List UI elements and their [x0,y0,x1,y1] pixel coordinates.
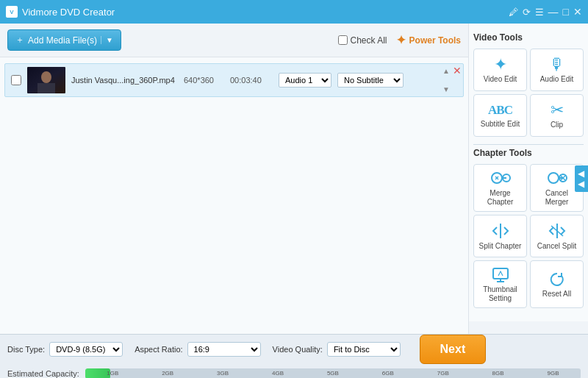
row-checkbox[interactable] [11,75,21,85]
cancel-split-label: Cancel Split [537,242,576,251]
app-icon: V [6,6,18,18]
thumbnail-icon [491,265,510,283]
thumbnail-image [27,67,65,93]
add-media-label: Add Media File(s) [28,35,97,46]
subtitle-edit-label: Subtitle Edit [481,120,520,129]
remove-file-icon[interactable]: ✕ [453,65,462,76]
file-list: Justin Vasqu...ing_360P.mp4 640*360 00:0… [0,57,468,334]
disc-type-label: Disc Type: [7,345,45,354]
toolbar-right: Check All ✦ Power Tools [338,33,461,47]
audio-edit-button[interactable]: 🎙 Audio Edit [530,49,584,91]
reset-icon [548,270,567,288]
estimated-capacity-label: Estimated Capacity: [7,369,79,378]
capacity-bar: 1GB 2GB 3GB 4GB 5GB 6GB 7GB 8GB 9GB [85,368,581,379]
mic-icon: 🎙 [549,57,565,73]
cap-4gb: 4GB [251,370,306,377]
video-edit-button[interactable]: ✦ Video Edit [473,49,527,91]
add-icon: ＋ [15,34,24,46]
move-up-icon[interactable]: ▲ [442,67,450,75]
cap-8gb: 8GB [470,370,526,377]
dropdown-arrow-icon[interactable]: ▼ [101,36,113,44]
video-quality-select[interactable]: Fit to Disc High Medium [327,342,401,357]
collapse-panel-button[interactable]: ◀◀ [575,165,588,192]
refresh-icon[interactable]: ⟳ [523,7,531,18]
reset-all-label: Reset All [542,290,571,299]
minimize-icon[interactable]: — [548,6,559,18]
aspect-ratio-field: Aspect Ratio: 16:9 4:3 [135,342,260,357]
window-controls[interactable]: 🖉 ⟳ ☰ — □ ✕ [509,6,582,18]
divider [473,144,584,145]
merge-icon [490,169,511,187]
cap-9gb: 9GB [526,370,581,377]
toolbar: ＋ Add Media File(s) ▼ Check All ✦ Power … [0,24,468,57]
check-all-label[interactable]: Check All [338,35,387,46]
audio-edit-label: Audio Edit [540,75,574,84]
bottom-settings: Disc Type: DVD-9 (8.5G) Aspect Ratio: 16… [7,335,581,364]
split-icon [491,222,510,240]
power-icon: ✦ [396,33,406,47]
star-icon: ✦ [494,57,507,73]
title-bar: V Vidmore DVD Creator 🖉 ⟳ ☰ — □ ✕ [0,0,588,24]
menu-icon[interactable]: ☰ [535,7,544,18]
reset-all-button[interactable]: Reset All [530,260,584,308]
video-quality-field: Video Quality: Fit to Disc High Medium [273,342,401,357]
svg-point-9 [548,173,559,183]
cap-1gb: 1GB [85,370,140,377]
file-duration: 00:03:40 [230,76,273,85]
aspect-ratio-label: Aspect Ratio: [135,345,182,354]
clip-button[interactable]: ✂ Clip [530,94,584,137]
cap-3gb: 3GB [196,370,251,377]
chapter-tools-grid: Merge Chapter Cancel Merger [473,164,584,308]
subtitle-edit-button[interactable]: ABC Subtitle Edit [473,94,527,137]
cancel-merge-icon [547,169,567,187]
disc-type-field: Disc Type: DVD-9 (8.5G) [7,342,123,357]
cancel-merger-label: Cancel Merger [534,189,580,207]
file-name: Justin Vasqu...ing_360P.mp4 [71,76,178,85]
right-wrapper: Video Tools ✦ Video Edit 🎙 Audio Edit AB… [469,24,588,334]
thumbnail-setting-button[interactable]: Thumbnail Setting [473,260,527,308]
file-resolution: 640*360 [184,76,224,85]
add-media-button[interactable]: ＋ Add Media File(s) ▼ [7,29,121,51]
video-tools-title: Video Tools [473,32,584,43]
check-all-text: Check All [351,35,387,46]
svg-point-2 [41,71,51,83]
merge-chapter-label: Merge Chapter [477,189,523,207]
audio-select[interactable]: Audio 1 Audio 2 [279,73,331,88]
split-chapter-label: Split Chapter [479,242,522,251]
merge-chapter-button[interactable]: Merge Chapter [473,164,527,212]
right-panel: Video Tools ✦ Video Edit 🎙 Audio Edit AB… [469,24,588,321]
maximize-icon[interactable]: □ [563,6,569,18]
split-chapter-button[interactable]: Split Chapter [473,215,527,257]
bottom-bar: Disc Type: DVD-9 (8.5G) Aspect Ratio: 16… [0,334,588,378]
cap-7gb: 7GB [415,370,470,377]
aspect-ratio-select[interactable]: 16:9 4:3 [187,342,261,357]
check-all-checkbox[interactable] [338,35,348,45]
capacity-labels: 1GB 2GB 3GB 4GB 5GB 6GB 7GB 8GB 9GB [85,368,581,379]
cap-6gb: 6GB [360,370,415,377]
cap-5gb: 5GB [305,370,360,377]
power-tools-button[interactable]: ✦ Power Tools [396,33,461,47]
svg-rect-3 [37,83,55,93]
subtitle-select[interactable]: No Subtitle Add Subtitle [337,73,404,88]
chapter-tools-title: Chapter Tools [473,148,584,158]
app-title: Vidmore DVD Creator [22,7,115,18]
file-thumbnail [27,67,65,93]
video-edit-label: Video Edit [484,75,517,84]
title-left: V Vidmore DVD Creator [6,6,115,18]
clip-label: Clip [551,121,563,129]
move-down-icon[interactable]: ▼ [442,85,450,93]
cap-2gb: 2GB [140,370,196,377]
power-tools-label: Power Tools [409,35,461,46]
cancel-split-icon [548,222,567,240]
scissors-icon: ✂ [551,102,564,118]
cancel-split-button[interactable]: Cancel Split [530,215,584,257]
next-button[interactable]: Next [420,335,486,364]
pin-icon[interactable]: 🖉 [509,7,518,18]
abc-icon: ABC [488,103,512,118]
disc-type-select[interactable]: DVD-9 (8.5G) [49,342,123,357]
svg-rect-17 [493,268,508,279]
main-content: ＋ Add Media File(s) ▼ Check All ✦ Power … [0,24,588,334]
video-quality-label: Video Quality: [273,345,323,354]
video-tools-grid: ✦ Video Edit 🎙 Audio Edit ABC Subtitle E… [473,49,584,137]
close-icon[interactable]: ✕ [573,6,582,18]
